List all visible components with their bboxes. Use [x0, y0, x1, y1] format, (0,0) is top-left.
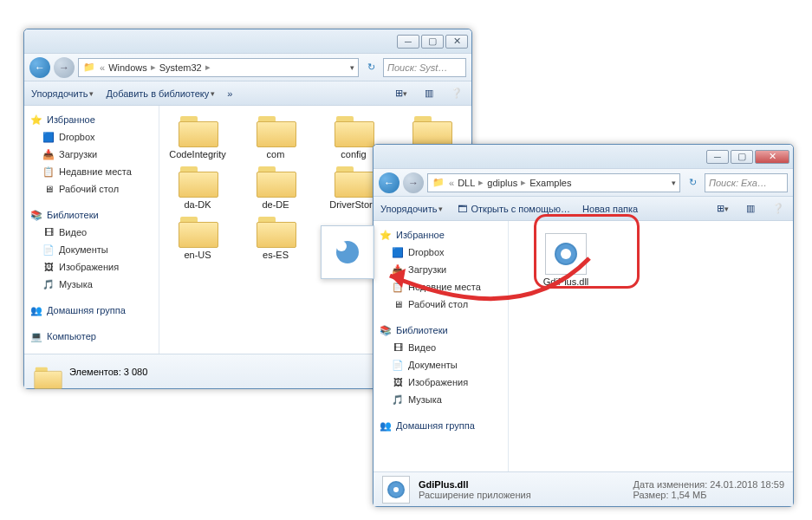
help-icon[interactable]: ❔ — [770, 201, 786, 217]
close-button[interactable]: ✕ — [445, 35, 468, 49]
folder-label: es-ES — [263, 250, 289, 260]
breadcrumb[interactable]: Examples — [529, 178, 571, 188]
documents-icon: 📄 — [391, 358, 405, 372]
organize-menu[interactable]: Упорядочить ▾ — [380, 204, 443, 214]
folder-icon — [411, 113, 452, 147]
titlebar[interactable]: ─ ▢ ✕ — [374, 145, 793, 169]
back-button[interactable]: ← — [379, 172, 400, 193]
computer-icon: 💻 — [29, 329, 43, 343]
search-placeholder: Поиск: Exa… — [709, 178, 767, 188]
folder-item[interactable]: en-US — [166, 213, 229, 260]
status-size-label: Размер: — [633, 490, 669, 500]
sidebar-item-documents[interactable]: 📄Документы — [28, 241, 155, 258]
back-button[interactable]: ← — [29, 57, 50, 78]
minimize-button[interactable]: ─ — [706, 150, 729, 164]
sidebar-item-downloads[interactable]: 📥Загрузки — [28, 146, 155, 163]
maximize-button[interactable]: ▢ — [731, 150, 753, 164]
sidebar-homegroup-header[interactable]: 👥Домашняя группа — [377, 417, 504, 434]
music-icon: 🎵 — [42, 277, 55, 291]
sidebar-item-images[interactable]: 🖼Изображения — [28, 258, 155, 276]
sidebar: ⭐Избранное 🟦Dropbox 📥Загрузки 📋Недавние … — [24, 106, 159, 354]
file-label: GdiPlus.dll — [543, 276, 589, 287]
folder-label: config — [341, 149, 366, 159]
download-icon: 📥 — [42, 147, 55, 161]
folder-item[interactable]: CodeIntegrity — [166, 113, 229, 159]
sidebar-item-images[interactable]: 🖼Изображения — [377, 374, 504, 391]
sidebar-item-music[interactable]: 🎵Музыка — [28, 276, 155, 293]
sidebar-item-music[interactable]: 🎵Музыка — [377, 391, 504, 408]
address-bar[interactable]: 📁 « Windows ▸ System32 ▸ ▾ — [78, 58, 359, 77]
open-with-button[interactable]: 🗔Открыть с помощью… — [455, 202, 570, 216]
view-options-icon[interactable]: ⊞ ▾ — [393, 86, 409, 101]
documents-icon: 📄 — [42, 243, 55, 257]
search-input[interactable]: Поиск: Exa… — [705, 173, 788, 192]
sidebar: ⭐Избранное 🟦Dropbox 📥Загрузки 📋Недавние … — [374, 221, 509, 471]
organize-menu[interactable]: Упорядочить ▾ — [31, 88, 94, 99]
status-bar: GdiPlus.dll Расширение приложения Дата и… — [374, 471, 793, 506]
file-gdiplus-dll[interactable]: GdiPlus.dll — [535, 233, 597, 287]
status-filetype: Расширение приложения — [419, 490, 625, 500]
maximize-button[interactable]: ▢ — [421, 35, 444, 49]
folder-icon: 📁 — [432, 176, 445, 190]
libraries-icon: 📚 — [29, 208, 43, 222]
sidebar-item-recent[interactable]: 📋Недавние места — [377, 278, 504, 296]
sidebar-item-dropbox[interactable]: 🟦Dropbox — [377, 244, 504, 261]
folder-item[interactable]: de-DE — [244, 163, 307, 210]
view-options-icon[interactable]: ⊞ ▾ — [715, 201, 731, 217]
folder-icon — [177, 213, 218, 248]
folder-label: DriverStore — [329, 199, 378, 210]
folder-icon — [33, 360, 61, 384]
chevron-down-icon[interactable]: ▾ — [672, 179, 676, 187]
folder-label: CodeIntegrity — [169, 149, 225, 159]
folder-icon — [255, 113, 296, 147]
breadcrumb[interactable]: gdiplus — [487, 178, 517, 188]
sidebar-favorites-header[interactable]: ⭐Избранное — [28, 111, 155, 128]
folder-icon: 📁 — [82, 61, 96, 75]
toolbar: Упорядочить ▾ 🗔Открыть с помощью… Новая … — [374, 197, 793, 221]
folder-icon — [177, 113, 218, 147]
breadcrumb[interactable]: DLL — [458, 178, 475, 188]
close-button[interactable]: ✕ — [755, 150, 789, 164]
status-size: 1,54 МБ — [672, 490, 707, 500]
sidebar-computer-header[interactable]: 💻Компьютер — [28, 328, 155, 345]
sidebar-item-video[interactable]: 🎞Видео — [377, 339, 504, 356]
sidebar-item-desktop[interactable]: 🖥Рабочий стол — [28, 180, 155, 198]
sidebar-item-downloads[interactable]: 📥Загрузки — [377, 261, 504, 278]
sidebar-libraries-header[interactable]: 📚Библиотеки — [377, 322, 504, 339]
search-input[interactable]: Поиск: Syst… — [383, 58, 466, 77]
help-icon[interactable]: ❔ — [449, 86, 464, 101]
refresh-button[interactable]: ↻ — [362, 59, 380, 76]
folder-label: de-DE — [262, 199, 289, 210]
new-folder-button[interactable]: Новая папка — [582, 204, 638, 214]
sidebar-item-recent[interactable]: 📋Недавние места — [28, 163, 155, 180]
sidebar-item-desktop[interactable]: 🖥Рабочий стол — [377, 296, 504, 313]
sidebar-item-video[interactable]: 🎞Видео — [28, 224, 155, 241]
content-pane[interactable]: GdiPlus.dll — [509, 221, 793, 471]
minimize-button[interactable]: ─ — [397, 35, 419, 49]
add-to-library-menu[interactable]: Добавить в библиотеку ▾ — [106, 88, 215, 99]
sidebar-item-documents[interactable]: 📄Документы — [377, 356, 504, 374]
dll-file-icon — [382, 476, 410, 504]
sidebar-libraries-header[interactable]: 📚Библиотеки — [28, 206, 155, 224]
folder-item[interactable]: com — [244, 113, 307, 159]
address-bar[interactable]: 📁 « DLL ▸ gdiplus ▸ Examples ▾ — [427, 173, 680, 192]
sidebar-homegroup-header[interactable]: 👥Домашняя группа — [28, 302, 155, 319]
chevron-down-icon[interactable]: ▾ — [350, 63, 354, 72]
forward-button[interactable]: → — [403, 172, 424, 193]
refresh-button[interactable]: ↻ — [684, 174, 701, 192]
folder-item[interactable]: es-ES — [244, 213, 307, 260]
preview-pane-icon[interactable]: ▥ — [743, 201, 758, 217]
toolbar-more[interactable]: » — [227, 88, 232, 99]
breadcrumb[interactable]: System32 — [159, 62, 202, 73]
breadcrumb[interactable]: Windows — [108, 62, 147, 73]
titlebar[interactable]: ─ ▢ ✕ — [24, 29, 471, 54]
forward-button[interactable]: → — [54, 57, 75, 78]
images-icon: 🖼 — [391, 375, 405, 389]
folder-item[interactable]: da-DK — [166, 163, 229, 210]
navbar: ← → 📁 « Windows ▸ System32 ▸ ▾ ↻ Поиск: … — [24, 54, 471, 81]
preview-pane-icon[interactable]: ▥ — [421, 86, 437, 101]
sidebar-item-dropbox[interactable]: 🟦Dropbox — [28, 128, 155, 146]
sidebar-favorites-header[interactable]: ⭐Избранное — [377, 226, 504, 244]
status-date-label: Дата изменения: — [633, 479, 708, 490]
dll-file-icon — [545, 233, 587, 275]
